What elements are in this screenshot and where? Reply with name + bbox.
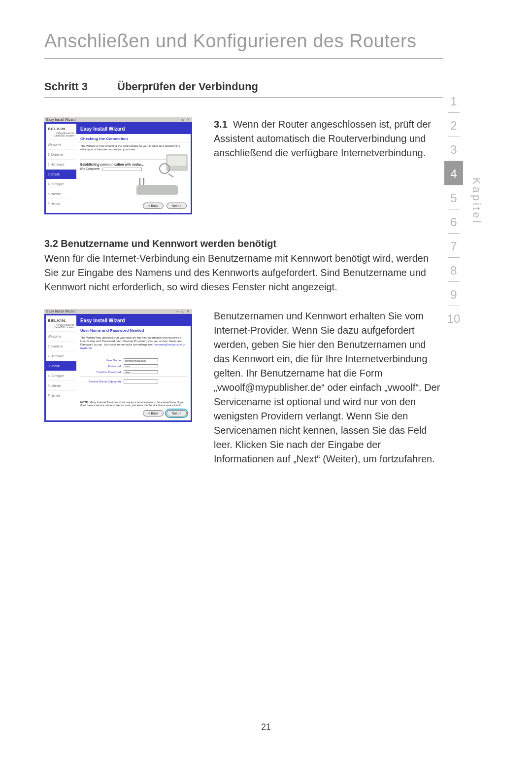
wizard-header: Easy Install Wizard [76,124,191,134]
chapter-tab-9[interactable]: 9 [444,282,463,306]
username-input[interactable]: jsmith@myisp.com [124,358,158,362]
wizard-step: 2 Hardware [46,159,76,169]
para-3-2-body: Benutzernamen und Kennwort erhalten Sie … [214,309,443,466]
chapter-tab-8[interactable]: 8 [444,258,463,281]
wizard-note: NOTE: Many Internet Providers don't requ… [76,399,191,407]
wizard-tagline: 4 Port Router for Cable/DSL modem [46,324,76,331]
router-illustration [133,154,188,197]
back-button[interactable]: < Back [143,410,164,416]
belkin-logo: BELKIN. [46,124,76,132]
next-button[interactable]: Next > [166,410,187,416]
wizard-step: 4 Configure [46,179,76,189]
wizard-step: 2 Hardware [46,351,76,361]
wizard-step: 5 Internet [46,380,76,390]
wizard-step: 3 Check [46,361,76,371]
wizard-step: Welcome [46,331,76,341]
chapter-tab-2[interactable]: 2 [444,113,463,137]
page-title: Anschließen und Konfigurieren des Router… [44,30,443,53]
para-3-2-intro: Wenn für die Internet-Verbindung ein Ben… [44,251,443,294]
step-rule [44,97,443,98]
window-buttons: — ▭ ✕ [176,118,190,122]
title-rule [44,58,443,59]
wizard-step: Finished [46,390,76,400]
chapter-tabs: 12345678910 [444,89,463,330]
belkin-logo: BELKIN. [46,315,76,324]
password-input[interactable]: •••••• [124,364,158,368]
chapter-tab-3[interactable]: 3 [444,137,463,161]
chapter-tab-10[interactable]: 10 [444,306,463,330]
wizard-screenshot-checking: Easy Install Wizard — ▭ ✕ BELKIN. 4 Port… [44,117,192,214]
username-label: User Name: [80,359,122,362]
wizard-step: 1 Examine [46,149,76,159]
confirm-password-input[interactable]: •••••• [124,370,158,374]
password-label: Password: [80,365,122,368]
wizard-step: Finished [46,199,76,208]
wizard-subhead-checking: Checking the Connection [76,134,191,142]
back-button[interactable]: < Back [143,203,164,209]
service-name-label: Service Name (Optional): [80,380,122,383]
para-3-1-num: 3.1 [214,119,228,130]
heading-3-2: 3.2 Benutzername und Kennwort werden ben… [44,238,443,249]
next-button[interactable]: Next > [166,203,187,209]
progress-percent: 0% Complete [80,167,100,171]
step-name: Überprüfen der Verbindung [117,80,258,93]
wizard-desc-credentials: The Wizard has detected that you have an… [76,334,191,353]
chapter-tab-1[interactable]: 1 [444,89,463,112]
wizard-step: Welcome [46,139,76,149]
wizard-header: Easy Install Wizard [76,315,191,326]
chapter-tab-5[interactable]: 5 [444,185,463,209]
wizard-step: 1 Examine [46,341,76,351]
chapter-label: Kapitel [470,177,483,224]
chapter-tab-6[interactable]: 6 [444,209,463,233]
wizard-subhead-credentials: User Name and Password Needed [76,326,191,334]
wizard-tagline: 4 Port Router for Cable/DSL modem [46,132,76,139]
page-number: 21 [0,722,532,732]
para-3-1-text: Wenn der Router angeschlossen ist, prüft… [214,119,431,158]
wizard-window-title: Easy Install Wizard [46,310,76,313]
wizard-step: 5 Internet [46,189,76,199]
step-heading: Schritt 3 Überprüfen der Verbindung [44,80,443,93]
para-3-1: 3.1 Wenn der Router angeschlossen ist, p… [214,117,443,160]
chapter-tab-7[interactable]: 7 [444,234,463,257]
wizard-window-title: Easy Install Wizard [46,118,76,122]
wizard-screenshot-credentials: Easy Install Wizard — ▭ ✕ BELKIN. 4 Port… [44,309,192,422]
service-name-input[interactable] [124,380,158,383]
step-number: Schritt 3 [44,80,88,93]
window-buttons: — ▭ ✕ [176,310,190,313]
wizard-step: 3 Check [46,169,76,179]
wizard-step: 4 Configure [46,371,76,380]
confirm-password-label: Confirm Password: [80,371,122,374]
wizard-desc-checking: The Wizard is now checking the connectio… [76,142,191,154]
chapter-tab-4[interactable]: 4 [444,161,463,185]
